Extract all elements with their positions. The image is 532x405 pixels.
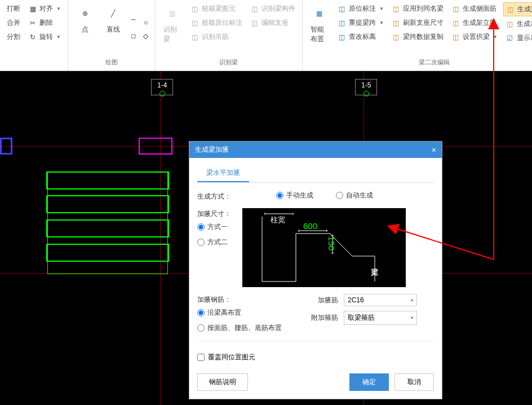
rotate-button[interactable]: ↻旋转▼	[26, 30, 63, 43]
radio-auto[interactable]: 自动生成	[336, 191, 373, 200]
ribbon-group-recognize: ▥ 识别梁 ◫校核梁图元 ◫校核原位标注 ◫识别吊筋 ◫识别梁构件 ◫编辑支座 …	[156, 0, 303, 71]
check-icon: ◫	[190, 5, 200, 14]
dialog-titlebar[interactable]: 生成梁加腋 ×	[189, 142, 442, 158]
smart-layout-button[interactable]: ▦ 智能布置	[307, 2, 332, 56]
diagram-pillar-label: 柱宽	[271, 215, 285, 225]
align-icon: ▦	[28, 5, 37, 14]
tab-horizontal-haunch[interactable]: 梁水平加腋	[197, 165, 249, 182]
delete-button[interactable]: ✂删除	[26, 16, 63, 29]
c4-icon: ◫	[392, 5, 401, 14]
radio-layout1[interactable]: 沿梁高布置	[197, 308, 282, 318]
rect-green-outer	[47, 171, 168, 274]
tabs: 梁水平加腋	[197, 165, 434, 183]
check-beam-button[interactable]: ◫校核梁图元	[188, 2, 245, 15]
gen-hanger-button[interactable]: ◫生成吊筋	[503, 17, 532, 30]
draw-tool1-icon[interactable]: ⌒	[129, 18, 138, 27]
pos-label-button[interactable]: ◫原位标注▼	[335, 2, 386, 15]
line-button[interactable]: ╱ 直线	[101, 2, 126, 56]
rotate-icon: ↻	[28, 33, 37, 42]
c12-icon: ☑	[506, 34, 515, 43]
radio-method2[interactable]: 方式二	[197, 237, 231, 247]
copy-span-button[interactable]: ◫梁跨数据复制	[389, 30, 446, 43]
set-arch-button[interactable]: ◫设置拱梁▼	[449, 30, 500, 43]
overwrite-checkbox[interactable]	[197, 354, 205, 361]
recognize-icon: ▥	[163, 5, 181, 23]
edit-support-button[interactable]: ◫编辑支座	[248, 16, 298, 29]
apply-same-button[interactable]: ◫应用到同名梁	[389, 2, 446, 15]
draw-tool4-icon[interactable]: ◇	[141, 32, 150, 41]
ribbon-group-draw: ⊕ 点 ╱ 直线 ⌒ □ ○ ◇ 绘图	[68, 0, 156, 71]
refresh-support-button[interactable]: ◫刷新支座尺寸	[389, 16, 446, 29]
field1-label: 加腋筋	[310, 296, 338, 305]
c11-icon: ◫	[506, 20, 515, 29]
haunch-diagram: 柱宽 600 150 梁宽	[242, 208, 406, 287]
radio-method1[interactable]: 方式一	[197, 222, 231, 232]
c5-icon: ◫	[392, 19, 401, 28]
recognize-group-label: 识别梁	[160, 56, 298, 68]
gen-frame-button[interactable]: ◫生成架立筋	[449, 16, 500, 29]
haunch-dialog: 生成梁加腋 × 梁水平加腋 生成方式： 手动生成 自动生成 加腋尺寸： 方式一 …	[189, 141, 442, 399]
c2-icon: ◫	[338, 19, 347, 28]
draw-tool2-icon[interactable]: □	[129, 32, 138, 41]
recognize-member-button[interactable]: ◫识别梁构件	[248, 2, 298, 15]
c9-icon: ◫	[451, 33, 460, 42]
ribbon-group-beam-edit: ▦ 智能布置 ◫原位标注▼ ◫重提梁跨▼ ◫查改标高 ◫应用到同名梁 ◫刷新支座…	[303, 0, 532, 71]
break-button[interactable]: 打断	[5, 2, 23, 15]
check-elev-button[interactable]: ◫查改标高	[335, 30, 386, 43]
beam-edit-group-label: 梁二次编辑	[307, 56, 532, 68]
stirrup-select[interactable]: 取梁箍筋▾	[344, 311, 417, 325]
draw-group-label: 绘图	[73, 56, 150, 68]
ok-button[interactable]: 确定	[349, 373, 389, 391]
gen-side-button[interactable]: ◫生成侧面筋	[449, 2, 500, 15]
rebar-info-button[interactable]: 钢筋说明	[197, 373, 248, 391]
ribbon-group-edit: 打断 合并 分割 ▦对齐▼ ✂删除 ↻旋转▼	[0, 0, 68, 71]
close-icon[interactable]: ×	[432, 146, 436, 155]
dialog-title-text: 生成梁加腋	[195, 145, 229, 155]
radio-layout2[interactable]: 按面筋、腰筋、底筋布置	[197, 323, 282, 333]
diagram-v2: 150	[327, 236, 336, 250]
show-hanger-button[interactable]: ☑显示吊筋	[503, 32, 532, 45]
rect-blue-1	[0, 138, 12, 155]
field2-label: 附加箍筋	[310, 313, 338, 323]
chevron-down-icon: ▾	[411, 315, 413, 320]
point-icon: ⊕	[76, 5, 94, 23]
check-pos-button[interactable]: ◫校核原位标注	[188, 16, 245, 29]
rect-magenta-1	[139, 138, 172, 155]
member-icon: ◫	[250, 5, 259, 14]
point-button[interactable]: ⊕ 点	[73, 2, 97, 56]
split-button[interactable]: 分割	[5, 30, 23, 43]
rebar-label: 加腋钢筋：	[197, 294, 282, 305]
delete-icon: ✂	[28, 19, 37, 28]
chevron-down-icon: ▾	[411, 298, 413, 303]
gen-haunch-button[interactable]: ◫生成梁加腋▼	[503, 2, 532, 16]
diagram-v1: 600	[303, 221, 317, 231]
c7-icon: ◫	[451, 5, 460, 14]
gen-method-label: 生成方式：	[197, 191, 231, 201]
smart-icon: ▦	[311, 5, 329, 23]
recognize-beam-button[interactable]: ▥ 识别梁	[160, 2, 185, 56]
axis-label-2: 1-5	[355, 79, 377, 95]
recognize-hanger-button[interactable]: ◫识别吊筋	[188, 30, 245, 43]
size-label: 加腋尺寸：	[197, 208, 231, 219]
radio-manual[interactable]: 手动生成	[276, 191, 313, 200]
cancel-button[interactable]: 取消	[394, 373, 434, 391]
c1-icon: ◫	[338, 5, 347, 14]
draw-tool3-icon[interactable]: ○	[141, 18, 150, 27]
recalc-span-button[interactable]: ◫重提梁跨▼	[335, 16, 386, 29]
c8-icon: ◫	[451, 19, 460, 28]
c3-icon: ◫	[338, 33, 347, 42]
ribbon: 打断 合并 分割 ▦对齐▼ ✂删除 ↻旋转▼ ⊕ 点 ╱ 直线 ⌒	[0, 0, 532, 71]
line-icon: ╱	[104, 5, 122, 23]
axis-label-1: 1-4	[151, 79, 173, 95]
c6-icon: ◫	[392, 33, 401, 42]
align-button[interactable]: ▦对齐▼	[26, 2, 63, 15]
pos-icon: ◫	[190, 19, 200, 28]
c10-icon: ◫	[506, 5, 515, 14]
hanger-icon: ◫	[190, 33, 200, 42]
support-icon: ◫	[250, 19, 259, 28]
overwrite-label[interactable]: 覆盖同位置图元	[208, 353, 255, 362]
haunch-rebar-select[interactable]: 2C16▾	[344, 294, 417, 306]
merge-button[interactable]: 合并	[5, 16, 23, 29]
